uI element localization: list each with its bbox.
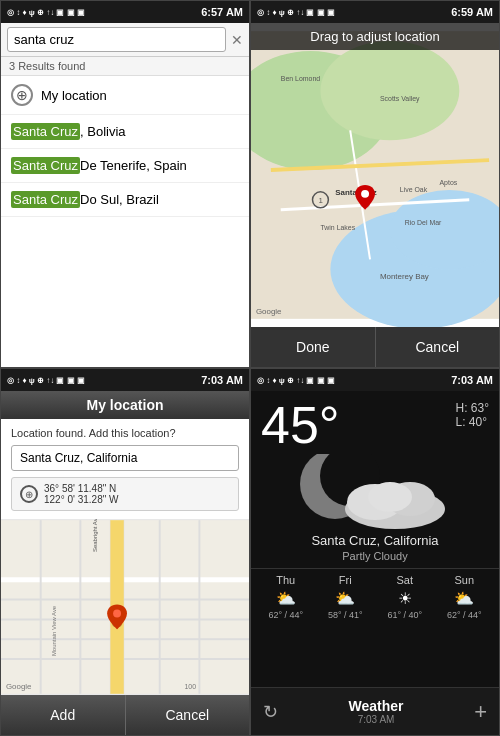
location-question: Location found. Add this location?	[11, 427, 239, 439]
status-icons-3: ◎ ↕ ♦ ψ ⊕ ↑↓ ▣ ▣ ▣	[7, 376, 85, 385]
svg-text:Twin Lakes: Twin Lakes	[320, 224, 355, 231]
search-highlight-3: Santa Cruz	[11, 191, 80, 208]
high-temp: H: 63°	[456, 401, 489, 415]
footer-time-label: 7:03 AM	[349, 714, 404, 725]
search-highlight-2: Santa Cruz	[11, 157, 80, 174]
list-item-my-location[interactable]: ⊕ My location	[1, 76, 249, 115]
svg-text:Monterey Bay: Monterey Bay	[380, 272, 429, 281]
svg-text:Rio Del Mar: Rio Del Mar	[405, 219, 442, 226]
svg-point-46	[368, 482, 412, 512]
forecast-icon-thu: ⛅	[256, 589, 316, 608]
current-temperature: 45°	[261, 399, 340, 451]
forecast-temps-sat: 61° / 40°	[375, 610, 435, 620]
low-temp: L: 40°	[456, 415, 489, 429]
map-view[interactable]: Ben Lomond Scotts Valley Santa Cruz Live…	[251, 23, 499, 327]
svg-text:1: 1	[318, 196, 323, 205]
forecast-day-name-sun: Sun	[435, 574, 495, 586]
svg-rect-21	[1, 520, 249, 694]
svg-text:Mountain View Ave: Mountain View Ave	[51, 605, 57, 656]
list-item-brazil[interactable]: Santa Cruz Do Sul, Brazil	[1, 183, 249, 217]
weather-footer: ↻ Weather 7:03 AM +	[251, 687, 499, 735]
weather-illustration	[251, 456, 499, 526]
forecast-icon-sat: ☀	[375, 589, 435, 608]
hi-lo-display: H: 63° L: 40°	[456, 401, 489, 429]
refresh-button[interactable]: ↻	[263, 701, 278, 723]
clear-icon[interactable]: ✕	[231, 32, 243, 48]
cancel-button-map[interactable]: Cancel	[376, 327, 500, 367]
panel3-title: My location	[1, 391, 249, 419]
svg-text:Aptos: Aptos	[439, 179, 457, 187]
notification-icons-4: ◎ ↕ ♦ ψ ⊕ ↑↓ ▣ ▣ ▣	[257, 376, 335, 385]
result-suffix-3: Do Sul, Brazil	[80, 192, 159, 207]
forecast-thu: Thu ⛅ 62° / 44°	[256, 574, 316, 620]
forecast-temps-thu: 62° / 44°	[256, 610, 316, 620]
status-icons-2: ◎ ↕ ♦ ψ ⊕ ↑↓ ▣ ▣ ▣	[257, 8, 335, 17]
list-item-bolivia[interactable]: Santa Cruz , Bolivia	[1, 115, 249, 149]
results-count: 3 Results found	[1, 57, 249, 76]
notification-icons-3: ◎ ↕ ♦ ψ ⊕ ↑↓ ▣ ▣ ▣	[7, 376, 85, 385]
forecast-sun: Sun ⛅ 62° / 44°	[435, 574, 495, 620]
globe-icon: ⊕	[11, 84, 33, 106]
add-button[interactable]: Add	[1, 695, 126, 735]
done-button[interactable]: Done	[251, 327, 376, 367]
search-bar[interactable]: ✕	[1, 23, 249, 57]
status-time-3: 7:03 AM	[201, 374, 243, 386]
status-icons-1: ◎ ↕ ♦ ψ ⊕ ↑↓ ▣ ▣ ▣	[7, 8, 85, 17]
weather-main-section: 45° H: 63° L: 40°	[251, 391, 499, 451]
status-bar-4: ◎ ↕ ♦ ψ ⊕ ↑↓ ▣ ▣ ▣ 7:03 AM	[251, 369, 499, 391]
panel3-body: Location found. Add this location? ⊕ 36°…	[1, 419, 249, 519]
svg-text:Ben Lomond: Ben Lomond	[281, 75, 320, 82]
status-bar-2: ◎ ↕ ♦ ψ ⊕ ↑↓ ▣ ▣ ▣ 6:59 AM	[251, 1, 499, 23]
forecast-icon-sun: ⛅	[435, 589, 495, 608]
status-time-1: 6:57 AM	[201, 6, 243, 18]
panel-weather: ◎ ↕ ♦ ψ ⊕ ↑↓ ▣ ▣ ▣ 7:03 AM 45° H: 63° L:…	[250, 368, 500, 736]
add-location-button[interactable]: +	[474, 699, 487, 725]
svg-text:100: 100	[185, 683, 197, 690]
search-highlight-1: Santa Cruz	[11, 123, 80, 140]
map-action-buttons: Done Cancel	[251, 327, 499, 367]
panel-my-location: ◎ ↕ ♦ ψ ⊕ ↑↓ ▣ ▣ ▣ 7:03 AM My location L…	[0, 368, 250, 736]
footer-title-group: Weather 7:03 AM	[349, 698, 404, 725]
forecast-sat: Sat ☀ 61° / 40°	[375, 574, 435, 620]
panel-map: ◎ ↕ ♦ ψ ⊕ ↑↓ ▣ ▣ ▣ 6:59 AM Drag to adjus…	[250, 0, 500, 368]
drag-banner: Drag to adjust location	[251, 23, 499, 50]
svg-text:Live Oak: Live Oak	[400, 186, 428, 193]
coordinates-box: ⊕ 36° 58' 11.48" N 122° 0' 31.28" W	[11, 477, 239, 511]
longitude: 122° 0' 31.28" W	[44, 494, 119, 505]
latitude: 36° 58' 11.48" N	[44, 483, 119, 494]
weather-city: Santa Cruz, California	[251, 533, 499, 548]
my-location-label: My location	[41, 88, 107, 103]
svg-point-19	[361, 190, 369, 198]
forecast-row: Thu ⛅ 62° / 44° Fri ⛅ 58° / 41° Sat ☀ 61…	[251, 568, 499, 625]
svg-text:Scotts Valley: Scotts Valley	[380, 95, 420, 103]
forecast-day-name-fri: Fri	[316, 574, 376, 586]
status-bar-1: ◎ ↕ ♦ ψ ⊕ ↑↓ ▣ ▣ ▣ 6:57 AM	[1, 1, 249, 23]
svg-text:Seabright Ave: Seabright Ave	[92, 519, 98, 552]
forecast-temps-fri: 58° / 41°	[316, 610, 376, 620]
weather-condition: Partly Cloudy	[251, 550, 499, 562]
list-item-tenerife[interactable]: Santa Cruz De Tenerife, Spain	[1, 149, 249, 183]
weather-svg	[265, 454, 485, 529]
svg-point-39	[113, 609, 121, 617]
svg-text:Google: Google	[6, 682, 32, 691]
panel-search: ◎ ↕ ♦ ψ ⊕ ↑↓ ▣ ▣ ▣ 6:57 AM ✕ 3 Results f…	[0, 0, 250, 368]
map-svg: Ben Lomond Scotts Valley Santa Cruz Live…	[251, 23, 499, 327]
forecast-icon-fri: ⛅	[316, 589, 376, 608]
forecast-day-name-sat: Sat	[375, 574, 435, 586]
cancel-button-p3[interactable]: Cancel	[126, 695, 250, 735]
forecast-fri: Fri ⛅ 58° / 41°	[316, 574, 376, 620]
status-bar-3: ◎ ↕ ♦ ψ ⊕ ↑↓ ▣ ▣ ▣ 7:03 AM	[1, 369, 249, 391]
panel3-action-buttons: Add Cancel	[1, 695, 249, 735]
result-suffix-1: , Bolivia	[80, 124, 126, 139]
svg-text:Google: Google	[256, 307, 282, 316]
result-suffix-2: De Tenerife, Spain	[80, 158, 187, 173]
target-icon: ⊕	[20, 485, 38, 503]
mini-map[interactable]: Cayuga St Mountain View Ave Seabright Av…	[1, 519, 249, 695]
mini-map-svg: Cayuga St Mountain View Ave Seabright Av…	[1, 519, 249, 695]
notification-icons-2: ◎ ↕ ♦ ψ ⊕ ↑↓ ▣ ▣ ▣	[257, 8, 335, 17]
status-time-4: 7:03 AM	[451, 374, 493, 386]
location-name-input[interactable]	[11, 445, 239, 471]
notification-icons: ◎ ↕ ♦ ψ ⊕ ↑↓ ▣ ▣ ▣	[7, 8, 85, 17]
forecast-day-name-thu: Thu	[256, 574, 316, 586]
search-input[interactable]	[7, 27, 226, 52]
